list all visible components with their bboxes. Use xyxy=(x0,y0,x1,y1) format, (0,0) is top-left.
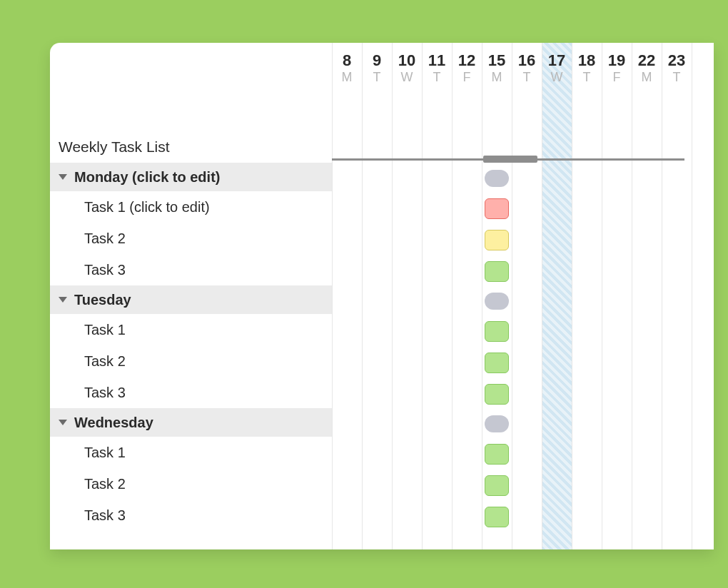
day-column[interactable]: 10W xyxy=(392,43,422,91)
day-weekday: M xyxy=(332,70,362,85)
summary-bar[interactable] xyxy=(483,156,537,163)
group-header[interactable]: Tuesday xyxy=(50,285,332,314)
task-item[interactable]: Task 3 xyxy=(50,254,332,285)
task-label: Task 1 xyxy=(84,322,126,338)
day-weekday: T xyxy=(572,70,602,85)
day-column[interactable]: 19F xyxy=(602,43,632,91)
group-label: Wednesday xyxy=(74,415,153,431)
day-number: 17 xyxy=(542,51,572,70)
day-weekday: F xyxy=(602,70,632,85)
day-column[interactable]: 12F xyxy=(452,43,482,91)
day-weekday: T xyxy=(662,70,692,85)
task-bar[interactable] xyxy=(485,261,509,282)
group-label: Monday (click to edit) xyxy=(74,169,220,186)
day-column[interactable]: 9T xyxy=(362,43,392,91)
task-item[interactable]: Task 1 xyxy=(50,314,332,345)
task-label: Task 3 xyxy=(84,385,126,401)
day-number: 8 xyxy=(332,51,362,70)
task-bar[interactable] xyxy=(485,353,509,373)
day-number: 12 xyxy=(452,51,482,70)
task-bar[interactable] xyxy=(485,230,509,250)
task-bar[interactable] xyxy=(485,384,509,405)
day-number: 11 xyxy=(422,51,452,70)
day-column[interactable]: 8M xyxy=(332,43,362,91)
day-weekday: M xyxy=(482,70,512,85)
day-column[interactable]: 11T xyxy=(422,43,452,91)
chevron-down-icon xyxy=(59,420,67,425)
task-item[interactable]: Task 3 xyxy=(50,377,332,408)
day-weekday: T xyxy=(362,70,392,85)
day-weekday: W xyxy=(392,70,422,85)
task-bar[interactable] xyxy=(485,507,509,527)
task-item[interactable]: Task 1 xyxy=(50,437,332,468)
day-column[interactable]: 18T xyxy=(572,43,602,91)
chevron-down-icon xyxy=(59,297,67,303)
task-item[interactable]: Task 2 xyxy=(50,345,332,377)
task-label: Task 2 xyxy=(84,353,126,370)
day-column[interactable]: 15M xyxy=(482,43,512,91)
task-label: Task 3 xyxy=(84,262,126,278)
day-weekday: T xyxy=(422,70,452,85)
task-label: Task 1 xyxy=(84,445,126,461)
timeline-header: 8M9T10W11T12F15M16T17W18T19F22M23T xyxy=(332,43,714,91)
task-bar[interactable] xyxy=(485,198,509,219)
task-label: Task 1 (click to edit) xyxy=(84,199,210,216)
day-column[interactable]: 17W xyxy=(542,43,572,91)
day-weekday: W xyxy=(542,70,572,85)
task-bar[interactable] xyxy=(485,475,509,496)
task-label: Task 3 xyxy=(84,507,126,524)
day-number: 9 xyxy=(362,51,392,70)
task-list-pane: Weekly Task List Monday (click to edit)T… xyxy=(50,43,332,549)
timeline-pane: 8M9T10W11T12F15M16T17W18T19F22M23T xyxy=(332,43,714,549)
day-column[interactable]: 16T xyxy=(512,43,542,91)
day-column[interactable]: 22M xyxy=(632,43,662,91)
day-number: 18 xyxy=(572,51,602,70)
task-item[interactable]: Task 3 xyxy=(50,500,332,531)
day-weekday: M xyxy=(632,70,662,85)
group-header[interactable]: Monday (click to edit) xyxy=(50,163,332,191)
task-item[interactable]: Task 1 (click to edit) xyxy=(50,191,332,223)
day-number: 22 xyxy=(632,51,662,70)
task-label: Task 2 xyxy=(84,230,126,247)
day-weekday: T xyxy=(512,70,542,85)
task-bar[interactable] xyxy=(485,321,509,342)
app-window: Weekly Task List Monday (click to edit)T… xyxy=(50,43,714,549)
day-number: 16 xyxy=(512,51,542,70)
chevron-down-icon xyxy=(59,174,67,180)
group-header[interactable]: Wednesday xyxy=(50,408,332,437)
task-label: Task 2 xyxy=(84,476,126,492)
day-weekday: F xyxy=(452,70,482,85)
day-number: 15 xyxy=(482,51,512,70)
task-item[interactable]: Task 2 xyxy=(50,468,332,500)
group-label: Tuesday xyxy=(74,292,131,308)
task-item[interactable]: Task 2 xyxy=(50,223,332,254)
task-bar[interactable] xyxy=(485,444,509,465)
day-column[interactable]: 23T xyxy=(662,43,692,91)
group-summary-pill[interactable] xyxy=(485,170,509,187)
list-title[interactable]: Weekly Task List xyxy=(50,134,332,163)
day-number: 23 xyxy=(662,51,692,70)
group-summary-pill[interactable] xyxy=(485,293,509,310)
day-number: 10 xyxy=(392,51,422,70)
day-number: 19 xyxy=(602,51,632,70)
group-summary-pill[interactable] xyxy=(485,415,509,432)
